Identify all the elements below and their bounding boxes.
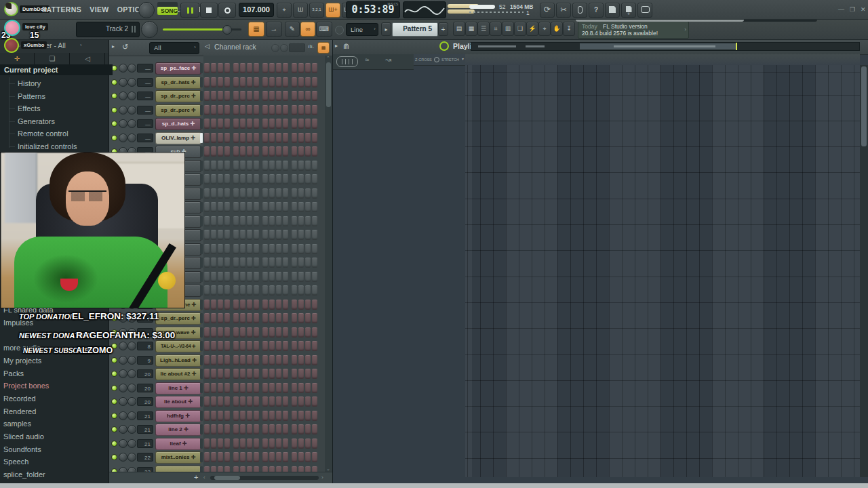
step-cell[interactable] <box>305 285 311 296</box>
channel-button-line 2[interactable]: line 2 ✛ <box>155 424 201 436</box>
channel-mute-strip[interactable] <box>200 285 203 296</box>
browser-item-project-bones[interactable]: Project bones <box>0 380 112 392</box>
step-cell[interactable] <box>262 258 268 268</box>
step-cell[interactable] <box>204 63 210 73</box>
step-cell[interactable] <box>204 105 210 115</box>
step-cell[interactable] <box>247 105 252 115</box>
step-cell[interactable] <box>298 383 304 393</box>
step-cell[interactable] <box>292 341 297 351</box>
step-cell[interactable] <box>298 411 304 421</box>
step-cell[interactable] <box>247 230 252 240</box>
step-cell[interactable] <box>262 355 268 365</box>
step-cell[interactable] <box>224 202 230 212</box>
browser-item-effects[interactable]: Effects <box>0 102 126 115</box>
step-cell[interactable] <box>312 244 317 254</box>
step-cell[interactable] <box>204 285 210 296</box>
step-cell[interactable] <box>276 216 281 226</box>
step-cell[interactable] <box>283 202 288 212</box>
step-cell[interactable] <box>312 272 317 282</box>
step-cell[interactable] <box>276 161 281 171</box>
step-cell[interactable] <box>262 424 268 434</box>
step-cell[interactable] <box>292 439 297 449</box>
step-cell[interactable] <box>305 91 311 101</box>
step-cell[interactable] <box>292 300 297 310</box>
step-cell[interactable] <box>224 146 230 157</box>
step-cell[interactable] <box>211 105 216 115</box>
step-cell[interactable] <box>262 230 268 240</box>
step-cell[interactable] <box>247 355 252 365</box>
step-cell[interactable] <box>247 174 252 184</box>
step-cell[interactable] <box>305 355 311 365</box>
step-cell[interactable] <box>276 285 281 296</box>
step-cell[interactable] <box>262 383 268 393</box>
step-cell[interactable] <box>224 313 230 323</box>
step-cell[interactable] <box>254 244 259 254</box>
channel-led[interactable] <box>111 454 117 460</box>
step-cell[interactable] <box>240 285 245 296</box>
step-cell[interactable] <box>211 452 216 462</box>
step-cell[interactable] <box>283 272 288 282</box>
step-cell[interactable] <box>262 411 268 421</box>
step-cell[interactable] <box>269 77 275 87</box>
channel-rack-button[interactable]: ☰ <box>477 22 490 36</box>
step-cell[interactable] <box>312 119 317 129</box>
step-cell[interactable] <box>211 146 216 157</box>
step-cell[interactable] <box>305 341 311 351</box>
playlist-minimap[interactable] <box>471 42 860 51</box>
step-cell[interactable] <box>305 383 311 393</box>
step-cell[interactable] <box>211 369 216 379</box>
channel-volume-knob[interactable] <box>127 439 136 448</box>
browser-item-splice_folder[interactable]: splice_folder <box>0 468 112 481</box>
save-button[interactable] <box>605 3 620 18</box>
step-cell[interactable] <box>283 439 288 449</box>
channel-mute-strip[interactable] <box>200 313 203 323</box>
step-cell[interactable] <box>283 327 288 338</box>
step-cell[interactable] <box>292 63 297 73</box>
step-cell[interactable] <box>269 174 275 184</box>
channel-led[interactable] <box>111 357 117 363</box>
step-cell[interactable] <box>204 341 210 351</box>
step-cell[interactable] <box>247 327 252 338</box>
close-button[interactable]: ✕ <box>861 6 866 13</box>
step-cell[interactable] <box>224 216 230 226</box>
channel-volume-knob[interactable] <box>127 106 136 115</box>
step-cell[interactable] <box>254 272 259 282</box>
step-cell[interactable] <box>233 355 239 365</box>
step-cell[interactable] <box>240 119 245 129</box>
step-cell[interactable] <box>305 244 311 254</box>
step-cell[interactable] <box>254 202 259 212</box>
timeline-ruler[interactable] <box>465 54 860 66</box>
step-cell[interactable] <box>312 300 317 310</box>
step-cell[interactable] <box>276 313 281 323</box>
channel-mute-strip[interactable] <box>200 272 203 282</box>
browser-item-history[interactable]: History <box>0 77 126 89</box>
step-cell[interactable] <box>262 133 268 143</box>
step-cell[interactable] <box>211 258 216 268</box>
touch-button[interactable]: ⌖ <box>538 22 551 36</box>
step-cell[interactable] <box>269 258 275 268</box>
step-cell[interactable] <box>283 411 288 421</box>
step-cell[interactable] <box>276 119 281 129</box>
zcross-circle-icon[interactable] <box>434 57 439 62</box>
precount-icon[interactable]: 3,2,1 <box>309 3 324 18</box>
browser-item-soundfonts[interactable]: Soundfonts <box>0 443 112 455</box>
channel-volume-knob[interactable] <box>127 119 136 128</box>
step-cell[interactable] <box>224 119 230 129</box>
step-cell[interactable] <box>292 174 297 184</box>
step-cell[interactable] <box>292 285 297 296</box>
step-cell[interactable] <box>292 355 297 365</box>
channel-button-lie about[interactable]: lie about ✛ <box>155 396 201 408</box>
step-cell[interactable] <box>262 216 268 226</box>
step-cell[interactable] <box>224 77 230 87</box>
step-cell[interactable] <box>298 272 304 282</box>
step-cell[interactable] <box>218 146 223 157</box>
playlist-v-scrollbar[interactable] <box>860 65 868 477</box>
step-cell[interactable] <box>224 439 230 449</box>
step-cell[interactable] <box>211 244 216 254</box>
step-cell[interactable] <box>254 146 259 157</box>
maximize-button[interactable]: ❐ <box>850 6 855 13</box>
step-cell[interactable] <box>298 105 304 115</box>
step-cell[interactable] <box>218 188 223 199</box>
step-cell[interactable] <box>298 258 304 268</box>
step-cell[interactable] <box>247 258 252 268</box>
